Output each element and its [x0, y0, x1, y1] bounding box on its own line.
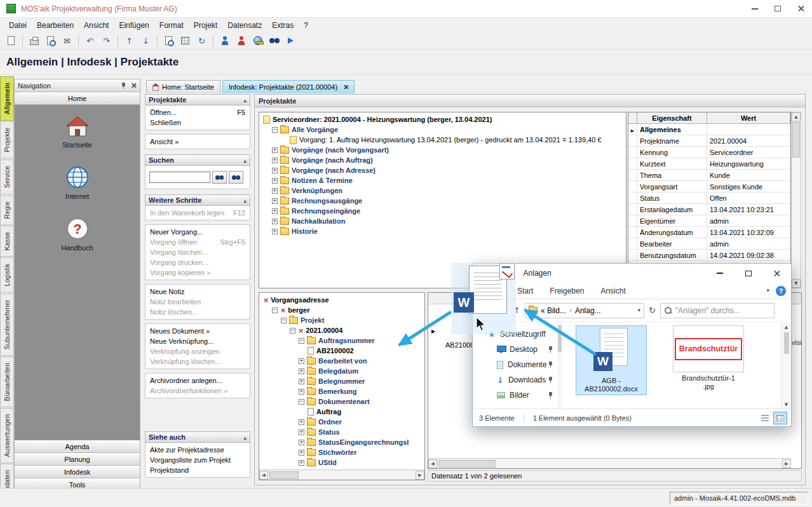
- print-preview-button[interactable]: [43, 34, 58, 48]
- section-weitere-schritte-header[interactable]: Weitere Schritte: [145, 194, 250, 206]
- ribbon-expand-icon[interactable]: ▾: [766, 288, 769, 294]
- tree-node[interactable]: Status: [259, 427, 424, 437]
- nav-home-bar[interactable]: Home: [15, 92, 140, 105]
- nav-link-internet[interactable]: Internet: [65, 165, 90, 200]
- scroll-thumb[interactable]: [784, 332, 789, 354]
- column-eigenschaft[interactable]: Eigenschaft: [637, 112, 707, 123]
- explorer-help-icon[interactable]: [776, 286, 786, 296]
- nav-link-startseite[interactable]: Startseite: [62, 115, 91, 149]
- collapse-box-icon[interactable]: [272, 308, 278, 313]
- redo-button[interactable]: ↷: [98, 34, 114, 48]
- expand-box-icon[interactable]: [272, 178, 278, 184]
- menu-datei[interactable]: Datei: [4, 19, 32, 32]
- tree-node[interactable]: Notizen & Termine: [259, 175, 626, 186]
- expand-box-icon[interactable]: [299, 429, 304, 435]
- address-box[interactable]: « Bild... › Anlag... ▾: [525, 303, 644, 318]
- tree-node[interactable]: Bearbeitet von: [259, 356, 424, 366]
- thumbnail-view-button[interactable]: [773, 412, 787, 424]
- menu-hilfe[interactable]: ?: [299, 19, 313, 32]
- nav-downloads[interactable]: ↓Downloads: [473, 372, 558, 388]
- action-ansicht[interactable]: Ansicht »: [145, 137, 250, 147]
- tree-node[interactable]: Belegnummer: [259, 376, 424, 386]
- property-row[interactable]: Änderungsdatum13.04.2021 10:32:09: [628, 227, 790, 238]
- search-binoculars-button[interactable]: [266, 34, 282, 48]
- expand-box-icon[interactable]: [299, 440, 304, 445]
- link-projektstand[interactable]: Projektstand: [145, 465, 250, 475]
- side-tab-projekte[interactable]: Projekte: [0, 121, 14, 159]
- tree-node[interactable]: UStId: [259, 457, 424, 468]
- menu-ansicht[interactable]: Ansicht: [79, 19, 114, 32]
- file-agb-docx[interactable]: W AGB - AB2100002.docx: [576, 325, 647, 395]
- action-archivordner-anlegen[interactable]: Archivordner anlegen...: [145, 375, 250, 386]
- side-tab-bueroarbeiten[interactable]: Büroarbeiten: [0, 356, 14, 407]
- property-row[interactable]: Erstanlagedatum13.04.2021 10:23:21: [628, 204, 790, 215]
- tree-node[interactable]: Stichwörter: [259, 447, 424, 457]
- properties-section-row[interactable]: Allgemeines: [628, 124, 790, 135]
- address-dropdown-icon[interactable]: ▾: [637, 308, 640, 313]
- tree-node[interactable]: Vorgangsadresse: [259, 295, 424, 305]
- tree-leaf-vorgang[interactable]: Vorgang: 1. Auftrag Heizungswartung 13.0…: [259, 135, 626, 145]
- expand-box-icon[interactable]: [299, 379, 304, 384]
- scroll-left-icon[interactable]: [428, 459, 437, 468]
- side-tab-subunternehmer[interactable]: Subunternehmer: [0, 294, 14, 356]
- property-row[interactable]: Bearbeiteradmin: [628, 238, 790, 250]
- ribbon-tab-ansicht[interactable]: Ansicht: [600, 287, 625, 295]
- tree-leaf[interactable]: AB2100002: [259, 346, 424, 356]
- tab-infodesk-projektakte[interactable]: Infodesk: Projektakte (2021.00004): [222, 80, 355, 93]
- search-button[interactable]: [212, 171, 227, 184]
- move-up-button[interactable]: ↑: [121, 34, 137, 48]
- collapse-box-icon[interactable]: [290, 328, 295, 334]
- email-button[interactable]: ✉: [59, 34, 75, 48]
- menu-einfuegen[interactable]: Einfügen: [114, 19, 154, 32]
- pin-icon[interactable]: [121, 82, 127, 90]
- tree-node[interactable]: Vorgänge (nach Auftrag): [259, 155, 626, 165]
- move-down-button[interactable]: ↓: [138, 34, 154, 48]
- tree-leaf[interactable]: Auftrag: [259, 407, 424, 417]
- tree-node[interactable]: Historie: [259, 226, 626, 236]
- ribbon-tab-freigeben[interactable]: Freigeben: [550, 287, 584, 295]
- property-row[interactable]: Benutzungsdatum14.04.2021 09:02:38: [628, 250, 790, 261]
- explorer-search-box[interactable]: "Anlagen" durchs...: [660, 303, 775, 318]
- property-row[interactable]: KennungServiceordner: [628, 147, 790, 158]
- scroll-right-icon[interactable]: [416, 471, 424, 480]
- tab-home-startseite[interactable]: Home: Startseite: [146, 80, 220, 93]
- menu-bearbeiten[interactable]: Bearbeiten: [32, 19, 79, 32]
- tree-node[interactable]: Ordner: [259, 417, 424, 427]
- nav-bilder[interactable]: Bilder: [473, 388, 558, 403]
- refresh-button[interactable]: ↻: [194, 34, 210, 48]
- menu-datensatz[interactable]: Datensatz: [222, 19, 267, 32]
- tree-horizontal-scrollbar[interactable]: [259, 470, 424, 480]
- tree-node[interactable]: Projekt: [259, 315, 424, 325]
- scroll-up-icon[interactable]: [792, 112, 801, 121]
- action-neue-verknuepfung[interactable]: Neue Verknüpfung...: [145, 336, 250, 346]
- tree-node[interactable]: Nachkalkulation: [259, 216, 626, 226]
- side-tab-kasse[interactable]: Kasse: [0, 226, 14, 257]
- close-panel-icon[interactable]: [131, 83, 137, 88]
- expand-box-icon[interactable]: [299, 358, 304, 364]
- expand-box-icon[interactable]: [272, 147, 278, 153]
- tree-node[interactable]: berger: [259, 305, 424, 315]
- grid-horizontal-scrollbar[interactable]: [428, 458, 791, 468]
- collapse-box-icon[interactable]: [281, 318, 287, 323]
- ribbon-tab-start[interactable]: Start: [517, 287, 533, 295]
- scroll-up-icon[interactable]: [782, 323, 791, 331]
- tree-node[interactable]: Alle Vorgänge: [259, 125, 626, 135]
- section-siehe-auch-header[interactable]: Siehe auch: [145, 431, 250, 443]
- expand-box-icon[interactable]: [272, 198, 278, 204]
- side-tab-regie[interactable]: Regie: [0, 195, 14, 225]
- tree-node[interactable]: StatusEingangsrechnungsI: [259, 437, 424, 447]
- maximize-button[interactable]: [766, 0, 789, 17]
- nav-bar-agenda[interactable]: Agenda: [15, 440, 140, 453]
- side-tab-allgemein[interactable]: Allgemein: [0, 76, 14, 121]
- link-akte-projektadresse[interactable]: Akte zur Projektadresse: [145, 445, 250, 455]
- section-projektakte-header[interactable]: Projektakte: [145, 94, 250, 105]
- expand-box-icon[interactable]: [299, 389, 304, 395]
- expand-box-icon[interactable]: [272, 188, 278, 194]
- tree-node[interactable]: Vorgänge (nach Adresse): [259, 165, 626, 175]
- section-suchen-header[interactable]: Suchen: [145, 154, 250, 166]
- details-view-button[interactable]: [758, 412, 772, 424]
- address-part[interactable]: Anlag...: [575, 306, 601, 315]
- scroll-right-icon[interactable]: [782, 459, 791, 468]
- scroll-down-icon[interactable]: [782, 400, 791, 409]
- side-tab-logistik[interactable]: Logistik: [0, 257, 14, 293]
